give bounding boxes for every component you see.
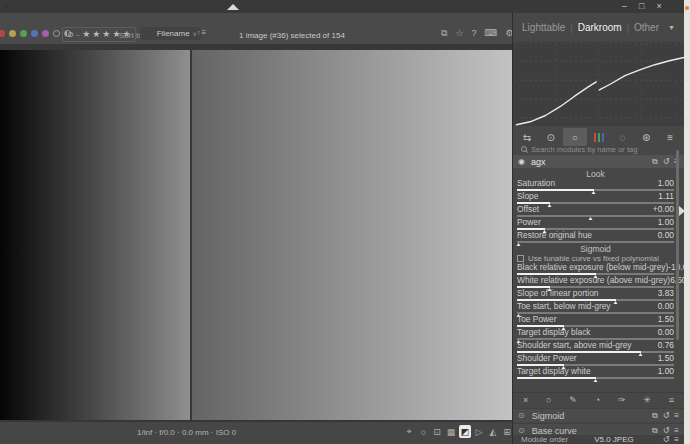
color-label-red[interactable] [0,30,5,37]
reset-parameters-icon[interactable]: ↺ [663,426,670,435]
order-presets-icon[interactable]: ≡ [674,435,679,444]
reset-order-icon[interactable]: ↺ [663,435,670,444]
slider-saturation[interactable]: Saturation1.00 [517,179,674,192]
raw-overexposed-icon[interactable]: ⊡ [431,425,443,438]
clipping-indicator-icon[interactable]: ◩ [459,425,471,438]
slider-fill [517,377,596,379]
slider-value: +0.00 [653,205,674,214]
view-switcher: Lighttable|Darkroom|Other▼ [513,13,684,42]
color-assessment-icon[interactable]: ☼ [417,425,429,438]
slider-label: Offset [517,205,539,214]
title-strip [0,0,684,13]
reject-filter-icon[interactable]: ⊘ [67,30,74,39]
agx-header-icons: ⧉↺≡ [652,157,679,166]
blend-menu-icon[interactable]: ≡ [669,395,674,405]
mask-drawn-parametric-icon[interactable]: ✑ [618,395,626,405]
slider-marker[interactable] [593,379,597,382]
slider-label: Saturation [517,179,555,188]
checkbox-box [517,255,524,262]
app-menu-icon[interactable]: ≡ [4,2,8,11]
slider-restore-original-hue[interactable]: Restore original hue0.00 [517,231,674,244]
background-window-icon [685,6,689,10]
image-canvas[interactable] [0,44,513,421]
multi-instance-icon[interactable]: ⧉ [652,426,658,435]
sort-field-dropdown[interactable]: Filename ∨ [140,27,201,40]
gradient-image-right [192,50,513,420]
presets-icon[interactable]: ≡ [674,411,679,420]
close-button[interactable]: × [656,0,661,12]
slider-value: 3.83 [658,289,674,298]
selection-status: 1 image (#36) selected of 154 [239,31,339,40]
mask-drawn-icon[interactable]: ✎ [569,395,577,405]
presets-icon[interactable]: ≡ [674,426,679,435]
view-tab-other[interactable]: Other [634,22,659,33]
slider-marker[interactable] [516,243,520,246]
slider-label: Shoulder Power [517,354,577,363]
panel-scrollbar[interactable] [676,150,679,340]
multi-instance-icon[interactable]: ⧉ [652,411,658,420]
shortcuts-icon[interactable]: ⌨ [485,28,498,39]
tone-curve-panel [513,42,684,126]
minimize-button[interactable]: – [622,0,627,12]
agx-module-body: LookSaturation1.00Slope1.11Offset+0.00Po… [517,169,674,380]
slider-track[interactable] [517,202,674,204]
slider-slope[interactable]: Slope1.11 [517,192,674,205]
sort-lines-glyph: ≡ [202,28,207,37]
blend-off-icon[interactable]: × [523,395,528,405]
view-tab-lighttable[interactable]: Lighttable [522,22,565,33]
star-filter-3[interactable]: ★ [102,30,110,39]
module-order-label: Module order [521,435,568,444]
reset-parameters-icon[interactable]: ↺ [663,411,670,420]
view-tab-separator: | [570,23,572,33]
module-order-icons: ↺≡ [663,435,679,444]
color-label-grey[interactable] [53,30,60,37]
slider-value: 0.76 [658,341,674,350]
power-icon[interactable]: ⊙ [518,427,525,435]
softproof-icon[interactable]: ▷ [473,425,485,438]
help-icon[interactable]: ? [472,28,477,39]
background-window-sliver [684,0,690,444]
sort-direction-icon[interactable]: ↑ ≡ [197,28,206,37]
slider-track[interactable] [517,189,674,191]
slider-track[interactable] [517,241,674,243]
focus-peaking-icon[interactable]: ⌖ [403,425,415,438]
reset-parameters-icon[interactable]: ↺ [663,157,670,166]
module-enable-toggle[interactable]: ◉ [518,158,525,166]
slider-value: 1.11 [658,192,674,201]
second-window-icon[interactable]: ⧉ [441,28,447,39]
color-label-blue[interactable] [31,30,38,37]
slider-value: 0.00 [658,231,674,240]
collapsed-module-sigmoid[interactable]: ⊙Sigmoid⧉↺≡ [513,408,684,422]
top-panel-collapse-handle[interactable] [227,4,239,10]
view-tab-darkroom[interactable]: Darkroom [578,22,622,33]
module-order-row: Module order V5.0 JPEG ↺≡ [513,435,684,444]
star-filter-1[interactable]: ★ [82,30,90,39]
multi-instance-icon[interactable]: ⧉ [652,157,658,166]
color-label-purple[interactable] [42,30,49,37]
sort-arrow-glyph: ↑ [197,29,201,36]
agx-module-header[interactable]: ◉ agx ⧉↺≡ [513,155,684,168]
maximize-button[interactable]: □ [639,0,644,12]
slider-target-display-white[interactable]: Target display white1.00 [517,367,674,380]
tone-curve-svg [513,42,684,126]
mask-raster-icon[interactable]: ✳ [643,395,651,405]
grouping-icon[interactable]: ☆ [455,28,463,39]
rating-range-dash: – [76,30,80,39]
overexposed-icon[interactable]: ▦ [445,425,457,438]
module-search-row [513,143,684,155]
module-search-input[interactable] [531,145,671,154]
view-switcher-chevron-icon[interactable]: ▼ [668,24,675,31]
slider-label: Slope of linear portion [517,289,598,298]
gamut-check-icon[interactable]: ◭ [487,425,499,438]
color-label-yellow[interactable] [9,30,16,37]
color-label-green[interactable] [20,30,27,37]
slider-track[interactable] [517,377,674,379]
blend-uniform-icon[interactable]: ○ [546,395,551,405]
collapsed-modules: ⊙Sigmoid⧉↺≡⊙Base curve⧉↺≡ [513,408,684,438]
blend-mask-row: ×○✎◔✑✳≡ [513,392,684,406]
rgb-bar-0 [594,133,596,142]
star-filter-2[interactable]: ★ [92,30,100,39]
mask-parametric-icon[interactable]: ◔ [595,395,600,405]
tone-curve-segment-2 [599,58,684,90]
power-icon[interactable]: ⊙ [518,412,525,420]
